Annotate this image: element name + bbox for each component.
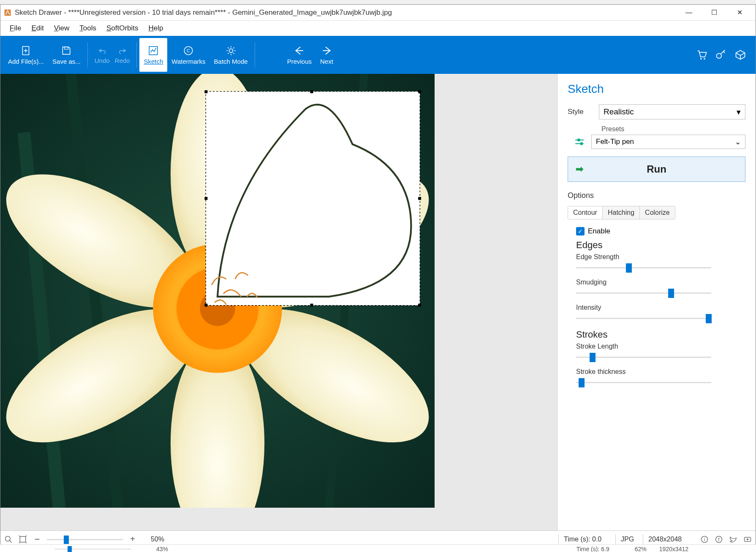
redo-button[interactable]: Redo bbox=[111, 38, 134, 72]
twitter-icon[interactable] bbox=[729, 535, 738, 544]
previous-label: Previous bbox=[287, 58, 312, 65]
cutoff-dims: 1920x3412 bbox=[659, 546, 688, 552]
svg-point-10 bbox=[704, 58, 705, 60]
chevron-down-icon: ▾ bbox=[737, 107, 741, 117]
redo-label: Redo bbox=[115, 57, 130, 64]
svg-point-8 bbox=[229, 49, 233, 52]
menu-help[interactable]: Help bbox=[144, 22, 169, 35]
svg-text:i: i bbox=[704, 537, 705, 542]
watermarks-button[interactable]: C Watermarks bbox=[167, 38, 209, 72]
facebook-icon[interactable]: f bbox=[714, 535, 723, 544]
menu-edit[interactable]: Edit bbox=[26, 22, 49, 35]
add-file-icon bbox=[21, 45, 32, 56]
sketch-button[interactable]: Sketch bbox=[139, 38, 167, 72]
menu-softorbits[interactable]: SoftOrbits bbox=[101, 22, 144, 35]
svg-line-40 bbox=[10, 540, 12, 542]
svg-point-9 bbox=[700, 58, 702, 60]
cutoff-zoom: 43% bbox=[156, 546, 168, 552]
cart-icon[interactable] bbox=[696, 49, 707, 61]
gear-icon bbox=[226, 45, 237, 56]
svg-rect-28 bbox=[310, 90, 313, 93]
batch-mode-button[interactable]: Batch Mode bbox=[210, 38, 252, 72]
options-label: Options bbox=[568, 191, 745, 200]
stroke-thickness-label: Stroke thickness bbox=[576, 368, 745, 376]
edge-strength-slider[interactable] bbox=[576, 262, 711, 273]
chevron-down-icon: ⌄ bbox=[735, 138, 741, 146]
enable-checkbox[interactable]: ✓ bbox=[576, 227, 585, 235]
svg-text:C: C bbox=[187, 48, 190, 53]
time-value: Time (s): 0.0 bbox=[564, 536, 610, 543]
zoom-actual-icon[interactable] bbox=[4, 535, 13, 544]
svg-point-11 bbox=[717, 54, 722, 59]
edges-title: Edges bbox=[576, 240, 745, 251]
zoom-in-icon[interactable]: + bbox=[128, 535, 137, 544]
svg-point-39 bbox=[5, 536, 11, 541]
redo-icon bbox=[118, 46, 127, 55]
youtube-icon[interactable] bbox=[743, 535, 752, 544]
style-select[interactable]: Realistic ▾ bbox=[599, 104, 745, 119]
run-arrow-icon: ➡ bbox=[576, 164, 583, 175]
menu-file[interactable]: File bbox=[5, 22, 26, 35]
info-icon[interactable]: i bbox=[700, 535, 709, 544]
key-icon[interactable] bbox=[715, 49, 727, 61]
smudging-label: Smudging bbox=[576, 279, 745, 286]
add-files-button[interactable]: Add File(s)... bbox=[4, 38, 48, 72]
preset-select[interactable]: Felt-Tip pen ⌄ bbox=[591, 135, 745, 149]
save-as-label: Save as... bbox=[52, 58, 81, 65]
style-value: Realistic bbox=[604, 107, 634, 116]
cutoff-time: Time (s): 6.9 bbox=[577, 546, 609, 552]
titlebar-text: Sketch Drawer - ****Unregistered version… bbox=[15, 8, 676, 17]
menu-view[interactable]: View bbox=[49, 22, 75, 35]
smudging-slider[interactable] bbox=[576, 288, 711, 298]
svg-rect-29 bbox=[418, 90, 421, 93]
svg-rect-33 bbox=[310, 304, 313, 307]
svg-rect-30 bbox=[204, 197, 207, 200]
intensity-slider[interactable] bbox=[576, 313, 711, 323]
titlebar: Sketch Drawer - ****Unregistered version… bbox=[0, 5, 756, 21]
dims-value: 2048x2048 bbox=[648, 536, 695, 543]
strokes-title: Strokes bbox=[576, 329, 745, 340]
tab-hatching[interactable]: Hatching bbox=[603, 206, 640, 219]
cutoff-statusbar: 43% Time (s): 6.9 62% 1920x3412 bbox=[0, 544, 756, 552]
zoom-fit-icon[interactable] bbox=[18, 535, 27, 544]
stroke-length-slider[interactable] bbox=[576, 352, 711, 362]
presets-label: Presets bbox=[601, 125, 745, 133]
run-button[interactable]: ➡ Run bbox=[568, 157, 745, 182]
zoom-out-icon[interactable]: − bbox=[33, 535, 42, 544]
save-as-button[interactable]: Save as... bbox=[48, 38, 85, 72]
watermarks-label: Watermarks bbox=[171, 58, 205, 65]
svg-rect-38 bbox=[580, 142, 582, 145]
run-label: Run bbox=[647, 163, 666, 175]
canvas-area[interactable] bbox=[0, 74, 557, 530]
box-icon[interactable] bbox=[734, 49, 746, 61]
arrow-right-icon bbox=[321, 45, 332, 56]
batch-mode-label: Batch Mode bbox=[214, 58, 248, 65]
cutoff-pct2: 62% bbox=[635, 546, 647, 552]
presets-icon[interactable] bbox=[574, 136, 585, 148]
side-panel: Sketch Style Realistic ▾ Presets Felt-Ti… bbox=[557, 74, 756, 530]
svg-rect-41 bbox=[20, 536, 25, 542]
stroke-thickness-slider[interactable] bbox=[576, 377, 711, 387]
tab-colorize[interactable]: Colorize bbox=[640, 206, 675, 219]
zoom-slider[interactable] bbox=[47, 535, 123, 544]
sketch-label: Sketch bbox=[144, 58, 163, 65]
panel-title: Sketch bbox=[568, 82, 745, 96]
maximize-button[interactable]: ☐ bbox=[702, 5, 727, 20]
previous-button[interactable]: Previous bbox=[283, 38, 316, 72]
svg-rect-4 bbox=[65, 47, 68, 49]
app-icon bbox=[4, 9, 11, 16]
menu-tools[interactable]: Tools bbox=[74, 22, 101, 35]
zoom-value: 50% bbox=[151, 536, 164, 543]
svg-rect-27 bbox=[204, 90, 207, 93]
svg-rect-32 bbox=[204, 304, 207, 307]
menubar: File Edit View Tools SoftOrbits Help bbox=[0, 21, 756, 36]
svg-rect-34 bbox=[418, 304, 421, 307]
close-button[interactable]: ✕ bbox=[727, 5, 752, 20]
tab-contour[interactable]: Contour bbox=[568, 206, 603, 219]
minimize-button[interactable]: — bbox=[676, 5, 702, 20]
svg-rect-25 bbox=[206, 92, 420, 306]
style-label: Style bbox=[568, 108, 593, 116]
format-value: JPG bbox=[621, 536, 638, 543]
next-button[interactable]: Next bbox=[316, 38, 337, 72]
sketch-icon bbox=[148, 45, 159, 56]
